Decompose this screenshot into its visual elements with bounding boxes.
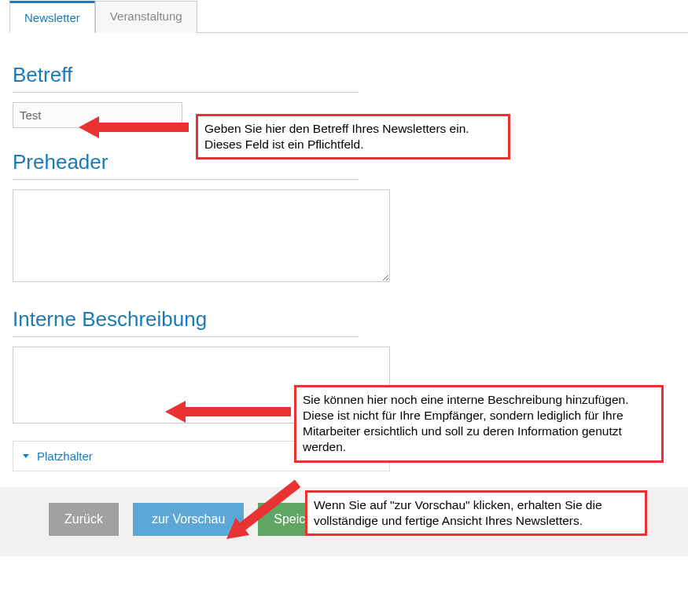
callout-preview: Wenn Sie auf "zur Vorschau" klicken, erh…	[305, 490, 647, 536]
callout-interne: Sie können hier noch eine interne Beschr…	[294, 385, 664, 463]
back-button[interactable]: Zurück	[49, 503, 119, 536]
arrow-icon	[165, 407, 291, 416]
tab-bar: Newsletter Veranstaltung	[9, 0, 688, 33]
arrow-icon	[79, 123, 189, 132]
heading-interne: Interne Beschreibung	[13, 307, 359, 337]
chevron-down-icon	[23, 454, 29, 458]
tab-newsletter[interactable]: Newsletter	[9, 1, 95, 33]
placeholder-label: Platzhalter	[37, 449, 93, 463]
tab-veranstaltung[interactable]: Veranstaltung	[95, 1, 197, 33]
callout-betreff: Geben Sie hier den Betreff Ihres Newslet…	[196, 114, 510, 160]
preheader-textarea[interactable]	[13, 189, 390, 282]
heading-betreff: Betreff	[13, 63, 359, 93]
